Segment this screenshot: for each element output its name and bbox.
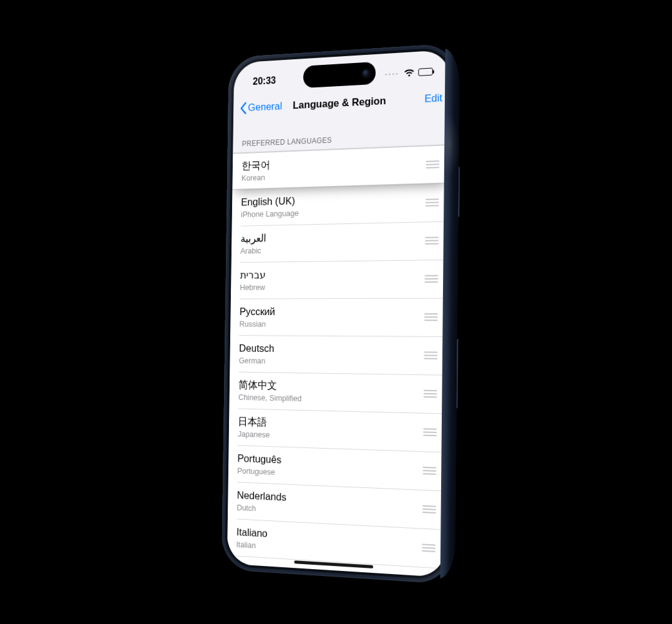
language-labels: العربيةArabic (240, 229, 417, 255)
language-labels: DeutschGerman (238, 342, 416, 367)
page-dots-icon (385, 72, 397, 75)
language-labels: 日本語Japanese (238, 416, 416, 444)
language-row[interactable]: العربيةArabic (231, 222, 448, 263)
status-indicators (385, 67, 433, 79)
front-camera-icon (363, 69, 370, 77)
chevron-left-icon (240, 102, 246, 114)
battery-icon (418, 68, 433, 76)
reorder-grip-icon[interactable] (414, 540, 436, 557)
language-labels: 한국어Korean (241, 154, 418, 183)
language-native-name: Deutsch (238, 342, 416, 357)
reorder-grip-icon[interactable] (417, 271, 438, 287)
language-row[interactable]: DeutschGerman (230, 335, 447, 375)
reorder-grip-icon[interactable] (417, 233, 439, 248)
language-row[interactable]: 简体中文Chinese, Simplified (229, 372, 447, 414)
iphone-device-frame: 20:33 (221, 43, 456, 585)
language-labels: English (UK)iPhone Language (241, 191, 418, 218)
reorder-grip-icon[interactable] (416, 424, 437, 441)
content-scroll[interactable]: PREFERRED LANGUAGES 한국어KoreanEnglish (UK… (226, 112, 449, 577)
language-sub-label: German (238, 356, 416, 367)
status-time: 20:33 (253, 75, 276, 87)
language-native-name: עברית (240, 267, 417, 282)
language-labels: 简体中文Chinese, Simplified (238, 379, 416, 406)
reorder-grip-icon[interactable] (418, 157, 439, 173)
reorder-grip-icon[interactable] (416, 386, 437, 401)
reorder-grip-icon[interactable] (417, 310, 438, 325)
language-row[interactable]: 한국어Korean (232, 145, 449, 190)
language-labels: עבריתHebrew (240, 267, 417, 291)
language-native-name: Русский (239, 305, 417, 319)
side-button (458, 167, 460, 217)
language-labels: PortuguêsPortuguese (237, 452, 416, 482)
back-button[interactable]: General (240, 100, 281, 114)
language-sub-label: Russian (239, 319, 417, 329)
language-labels: ItalianoItalian (236, 526, 414, 560)
language-labels: NederlandsDutch (236, 489, 415, 520)
language-sub-label: Hebrew (240, 281, 417, 292)
side-button (456, 339, 458, 409)
device-front: 20:33 (221, 43, 456, 585)
language-row[interactable]: English (UK)iPhone Language (231, 183, 449, 226)
dynamic-island (303, 62, 375, 88)
language-sub-label: Spanish (235, 577, 414, 578)
reorder-grip-icon[interactable] (415, 501, 436, 517)
reorder-grip-icon[interactable] (416, 348, 437, 363)
preferred-languages-list: 한국어KoreanEnglish (UK)iPhone Languageالعر… (226, 144, 449, 577)
language-row[interactable]: עבריתHebrew (230, 260, 447, 299)
screen: 20:33 (226, 50, 450, 578)
back-label: General (248, 100, 282, 114)
language-labels: РусскийRussian (239, 305, 417, 329)
language-row[interactable]: РусскийRussian (230, 298, 448, 336)
edit-button[interactable]: Edit (424, 92, 442, 105)
wifi-icon (403, 68, 414, 77)
reorder-grip-icon[interactable] (418, 195, 439, 210)
reorder-grip-icon[interactable] (415, 462, 436, 479)
